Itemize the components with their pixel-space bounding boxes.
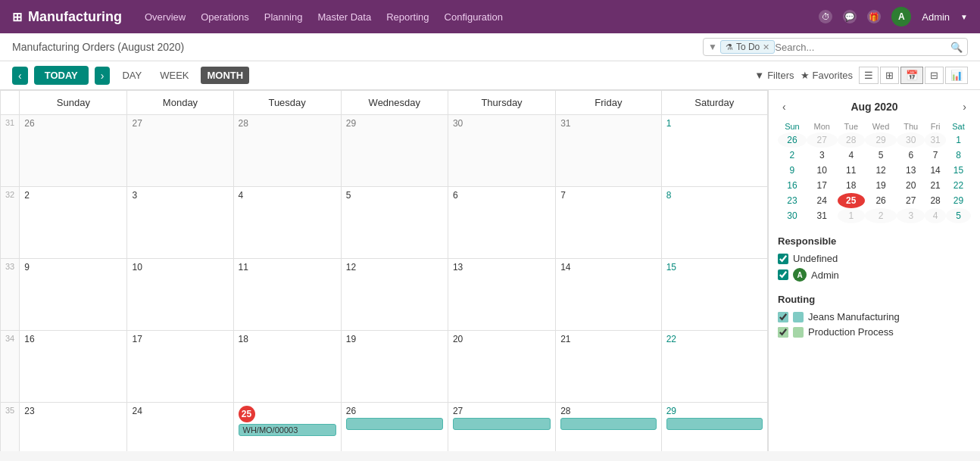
calendar-cell[interactable]: 27: [448, 403, 555, 452]
mini-cal-date[interactable]: 17: [807, 178, 838, 193]
calendar-cell[interactable]: 4: [233, 187, 341, 259]
menu-configuration[interactable]: Configuration: [445, 11, 503, 23]
mini-cal-date[interactable]: 2: [778, 148, 807, 163]
day-view-button[interactable]: DAY: [116, 67, 148, 84]
calendar-cell[interactable]: 16: [20, 331, 127, 403]
calendar-view-icon[interactable]: 📅: [900, 67, 923, 84]
mini-cal-date[interactable]: 3: [897, 208, 925, 223]
mini-cal-date[interactable]: 27: [897, 193, 925, 208]
filters-button[interactable]: ▼ Filters: [754, 70, 794, 81]
mini-cal-date[interactable]: 28: [838, 132, 865, 148]
calendar-cell[interactable]: 26: [20, 115, 127, 187]
mini-cal-date[interactable]: 16: [778, 178, 807, 193]
calendar-cell[interactable]: 3: [127, 187, 233, 259]
routing-production-checkbox[interactable]: [778, 327, 788, 338]
mini-cal-date[interactable]: 13: [897, 163, 925, 178]
mini-cal-date[interactable]: 4: [838, 148, 865, 163]
list-view-icon[interactable]: ☰: [859, 67, 879, 84]
mini-cal-date[interactable]: 7: [925, 148, 946, 163]
calendar-cell[interactable]: 12: [341, 259, 448, 331]
next-button[interactable]: ›: [95, 67, 111, 85]
calendar-cell[interactable]: 15: [661, 259, 767, 331]
calendar-cell[interactable]: 5: [341, 187, 448, 259]
mini-cal-date[interactable]: 28: [925, 193, 946, 208]
mini-cal-date[interactable]: 4: [925, 208, 946, 223]
calendar-cell[interactable]: 28: [233, 115, 341, 187]
calendar-cell[interactable]: 31: [556, 115, 661, 187]
menu-overview[interactable]: Overview: [145, 11, 186, 23]
mini-cal-date[interactable]: 31: [807, 208, 838, 223]
mini-cal-date[interactable]: 23: [778, 193, 807, 208]
mini-cal-date[interactable]: 11: [838, 163, 865, 178]
calendar-cell[interactable]: 20: [448, 331, 555, 403]
mini-cal-date[interactable]: 20: [897, 178, 925, 193]
calendar-cell[interactable]: 27: [127, 115, 233, 187]
mini-cal-date[interactable]: 29: [865, 132, 897, 148]
calendar-cell[interactable]: 10: [127, 259, 233, 331]
calendar-cell[interactable]: 29: [661, 403, 767, 452]
mini-cal-date[interactable]: 18: [838, 178, 865, 193]
mini-cal-date[interactable]: 27: [807, 132, 838, 148]
calendar-cell[interactable]: 8: [661, 187, 767, 259]
clock-icon[interactable]: ⏱: [819, 10, 832, 23]
mini-cal-date[interactable]: 5: [946, 208, 971, 223]
mini-cal-date[interactable]: 30: [897, 132, 925, 148]
mini-cal-date[interactable]: 30: [778, 208, 807, 223]
filter-tag-close[interactable]: ✕: [763, 42, 769, 52]
mini-cal-date[interactable]: 14: [925, 163, 946, 178]
calendar-cell[interactable]: 14: [556, 259, 661, 331]
app-logo[interactable]: ⊞ Manufacturing: [12, 9, 122, 25]
grid-icon[interactable]: ⊞: [12, 10, 22, 24]
mini-cal-date[interactable]: 19: [865, 178, 897, 193]
prev-button[interactable]: ‹: [12, 67, 28, 85]
graph-view-icon[interactable]: 📊: [945, 67, 968, 84]
favorites-button[interactable]: ★ Favorites: [801, 70, 853, 81]
responsible-admin-checkbox[interactable]: [778, 269, 788, 280]
responsible-undefined-checkbox[interactable]: [778, 254, 788, 264]
menu-reporting[interactable]: Reporting: [386, 11, 429, 23]
mini-cal-date[interactable]: 22: [946, 178, 971, 193]
calendar-cell[interactable]: 7: [556, 187, 661, 259]
today-button[interactable]: TODAY: [34, 66, 89, 85]
calendar-cell[interactable]: 13: [448, 259, 555, 331]
event-bar[interactable]: WH/MO/00003: [239, 424, 336, 436]
mini-cal-date[interactable]: 26: [778, 132, 807, 148]
calendar-cell[interactable]: 24: [127, 403, 233, 452]
chat-icon[interactable]: 💬: [843, 10, 857, 23]
admin-label[interactable]: Admin: [922, 11, 950, 23]
mini-cal-date[interactable]: 26: [865, 193, 897, 208]
calendar-cell[interactable]: 11: [233, 259, 341, 331]
calendar-cell[interactable]: 2: [20, 187, 127, 259]
mini-cal-date[interactable]: 1: [838, 208, 865, 223]
calendar-cell[interactable]: 26: [341, 403, 448, 452]
mini-cal-date[interactable]: 15: [946, 163, 971, 178]
month-view-button[interactable]: MONTH: [201, 67, 249, 84]
calendar-cell[interactable]: 21: [556, 331, 661, 403]
calendar-cell[interactable]: 28: [556, 403, 661, 452]
gift-icon[interactable]: 🎁: [867, 10, 881, 23]
calendar-cell[interactable]: 30: [448, 115, 555, 187]
mini-cal-date[interactable]: 24: [807, 193, 838, 208]
mini-cal-date[interactable]: 31: [925, 132, 946, 148]
menu-planning[interactable]: Planning: [264, 11, 303, 23]
admin-dropdown-icon[interactable]: ▼: [960, 13, 968, 21]
routing-jeans-checkbox[interactable]: [778, 312, 788, 322]
mini-cal-date[interactable]: 21: [925, 178, 946, 193]
mini-cal-date[interactable]: 29: [946, 193, 971, 208]
calendar-cell[interactable]: 22: [661, 331, 767, 403]
mini-cal-next[interactable]: ›: [958, 99, 971, 114]
calendar-cell[interactable]: 23: [20, 403, 127, 452]
calendar-cell[interactable]: 29: [341, 115, 448, 187]
mini-cal-date[interactable]: 8: [946, 148, 971, 163]
calendar-cell[interactable]: 18: [233, 331, 341, 403]
calendar-cell[interactable]: 25WH/MO/00003: [233, 403, 341, 452]
week-view-button[interactable]: WEEK: [154, 67, 195, 84]
calendar-cell[interactable]: 6: [448, 187, 555, 259]
pivot-view-icon[interactable]: ⊟: [925, 67, 944, 84]
user-avatar[interactable]: A: [891, 7, 911, 26]
mini-cal-date[interactable]: 5: [865, 148, 897, 163]
menu-operations[interactable]: Operations: [201, 11, 249, 23]
mini-cal-prev[interactable]: ‹: [778, 99, 791, 114]
calendar-cell[interactable]: 17: [127, 331, 233, 403]
mini-cal-date[interactable]: 25: [838, 193, 865, 208]
